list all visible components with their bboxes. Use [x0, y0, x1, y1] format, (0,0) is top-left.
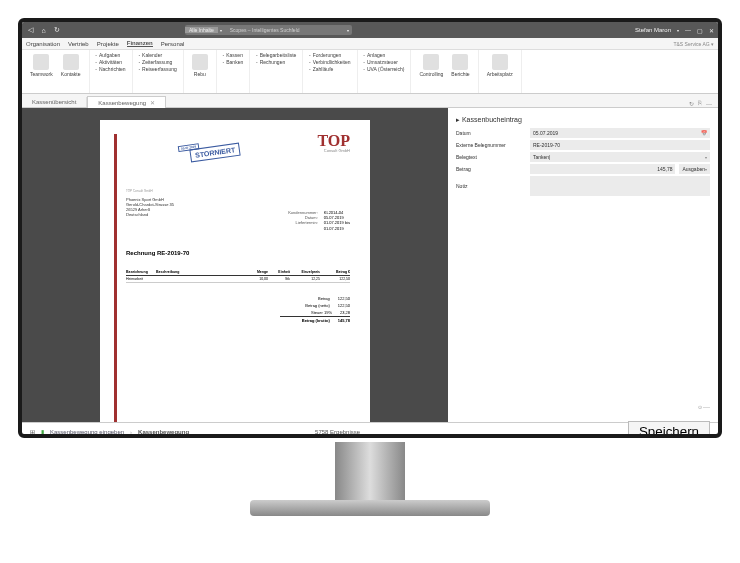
label-datum: Datum — [456, 130, 526, 136]
input-belegnummer[interactable]: RE-2019-70 — [530, 140, 710, 150]
tab-close-icon[interactable]: ✕ — [150, 100, 155, 106]
select-betrag-typ[interactable]: Ausgaben ▾ — [679, 164, 710, 174]
ribbon-teamwork[interactable]: Teamwork — [28, 52, 55, 79]
ribbon-rebu[interactable]: Rebu — [190, 52, 210, 79]
input-belegtext[interactable]: Tanken|▾ — [530, 152, 710, 162]
ribbon-belegarbeitsliste[interactable]: Belegarbeitsliste — [256, 52, 296, 58]
mini-status-icon[interactable]: ⊙ ── — [698, 404, 710, 410]
breadcrumb-link[interactable]: Kassenbewegung eingeben — [50, 429, 124, 435]
berichte-icon — [452, 54, 468, 70]
user-name[interactable]: Stefan Maron — [635, 27, 671, 33]
tab-kassenbewegung[interactable]: Kassenbewegung✕ — [87, 96, 166, 108]
ribbon-nachrichten[interactable]: Nachrichten — [96, 66, 126, 72]
ribbon-verbindlichkeiten[interactable]: Verbindlichkeiten — [309, 59, 350, 65]
storniert-stamp: 05.07.2019 STORNIERT — [189, 143, 241, 163]
refresh-icon[interactable]: ↻ — [52, 26, 61, 35]
ribbon-berichte[interactable]: Berichte — [449, 52, 471, 79]
menu-finanzen[interactable]: Finanzen — [127, 40, 153, 47]
result-count: 5758 Ergebnisse — [315, 429, 360, 435]
totals: Betrag122,50 Betrag (netto)122,50 Steuer… — [280, 295, 350, 324]
ribbon-rechnungen[interactable]: Rechungen — [256, 59, 296, 65]
label-betrag: Betrag — [456, 166, 526, 172]
ribbon-kontakte[interactable]: Kontakte — [59, 52, 83, 79]
breadcrumb-current: Kassenbewegung — [138, 429, 189, 435]
input-betrag[interactable]: 145,78 — [530, 164, 675, 174]
company-logo: TOP — [317, 134, 350, 148]
ribbon-banken[interactable]: Banken — [223, 59, 243, 65]
tab-tool-3-icon[interactable]: ⋯ — [706, 100, 712, 107]
teamwork-icon — [33, 54, 49, 70]
menu-projekte[interactable]: Projekte — [97, 41, 119, 47]
ribbon-aufgaben[interactable]: Aufgaben — [96, 52, 126, 58]
document-viewer: TOP Consult GmbH 05.07.2019 STORNIERT TO… — [22, 108, 448, 422]
statusbar: ⊞ ▮ Kassenbewegung eingeben › Kassenbewe… — [22, 422, 718, 438]
rebu-icon — [192, 54, 208, 70]
user-chevron-icon[interactable]: ▾ — [677, 28, 679, 33]
company-selector[interactable]: T&S Service AG ▾ — [673, 41, 714, 47]
input-notiz[interactable] — [530, 176, 710, 196]
ribbon-aktivitaeten[interactable]: Aktivitäten — [96, 59, 126, 65]
breadcrumb-separator: › — [130, 429, 132, 435]
close-icon[interactable]: ✕ — [709, 27, 714, 34]
ribbon-kassen[interactable]: Kassen — [223, 52, 243, 58]
menu-vertrieb[interactable]: Vertrieb — [68, 41, 89, 47]
save-button[interactable]: Speichern — [628, 421, 710, 438]
recipient-address: TOP Consult GmbH Phoenix Sport GmbH Gero… — [126, 190, 174, 218]
minimize-icon[interactable]: — — [685, 27, 691, 33]
maximize-icon[interactable]: ▢ — [697, 27, 703, 34]
invoice-document: TOP Consult GmbH 05.07.2019 STORNIERT TO… — [100, 120, 370, 422]
nav-back-icon[interactable]: ◁ — [26, 26, 35, 35]
kontakte-icon — [63, 54, 79, 70]
document-metadata: Kundennummer:KL2014-04 Datum:05.07.2019 … — [278, 210, 350, 231]
form-title: ▸ Kassenbucheintrag — [456, 116, 710, 124]
calendar-icon[interactable]: 📅 — [701, 130, 707, 136]
ribbon-zahllaeufe[interactable]: Zahlläufe — [309, 66, 350, 72]
input-datum[interactable]: 05.07.2019📅 — [530, 128, 710, 138]
status-icon-1[interactable]: ⊞ — [30, 428, 35, 435]
arbeitsplatz-icon — [492, 54, 508, 70]
search-box[interactable]: Alle Inhalte ▾ Scopes – Intelligentes Su… — [185, 25, 352, 35]
document-title: Rechnung RE-2019-70 — [126, 250, 189, 256]
ribbon-controlling[interactable]: Controlling — [417, 52, 445, 79]
tab-tool-2-icon[interactable]: ⎘ — [698, 100, 702, 107]
ribbon-forderungen[interactable]: Forderungen — [309, 52, 350, 58]
ribbon-zeiterfassung[interactable]: Zeiterfassung — [139, 59, 177, 65]
ribbon-umsatzsteuer[interactable]: Umsatzsteuer — [364, 59, 405, 65]
home-icon[interactable]: ⌂ — [39, 26, 48, 35]
tab-tool-1-icon[interactable]: ↻ — [689, 100, 694, 107]
label-belegnummer: Externe Belegnummer — [456, 142, 526, 148]
controlling-icon — [423, 54, 439, 70]
ribbon: Teamwork Kontakte Aufgaben Aktivitäten N… — [22, 50, 718, 94]
status-icon-2[interactable]: ▮ — [41, 428, 44, 435]
line-items-table: BezeichnungBeschreibungMengeEinheitEinze… — [126, 270, 350, 283]
ribbon-kalender[interactable]: Kalender — [139, 52, 177, 58]
chevron-down-icon[interactable]: ▾ — [705, 155, 707, 160]
brand-bar — [114, 134, 117, 422]
menu-organisation[interactable]: Organisation — [26, 41, 60, 47]
search-chevron-icon[interactable]: ▾ — [344, 28, 352, 33]
ribbon-arbeitsplatz[interactable]: Arbeitsplatz — [485, 52, 515, 79]
ribbon-anlagen[interactable]: Anlagen — [364, 52, 405, 58]
form-panel: ▸ Kassenbucheintrag Datum 05.07.2019📅 Ex… — [448, 108, 718, 422]
tab-kassenuebersicht[interactable]: Kassenübersicht — [22, 97, 87, 107]
chevron-down-icon[interactable]: ▾ — [705, 167, 707, 172]
titlebar: ◁ ⌂ ↻ Alle Inhalte ▾ Scopes – Intelligen… — [22, 22, 718, 38]
search-input[interactable]: Scopes – Intelligentes Suchfeld — [224, 27, 344, 33]
document-tabs: Kassenübersicht Kassenbewegung✕ ↻ ⎘ ⋯ — [22, 94, 718, 108]
ribbon-reiseerfassung[interactable]: Reiseerfassung — [139, 66, 177, 72]
company-subtitle: Consult GmbH — [317, 148, 350, 153]
ribbon-uva[interactable]: UVA (Österreich) — [364, 66, 405, 72]
menu-personal[interactable]: Personal — [161, 41, 185, 47]
label-belegtext: Belegtext — [456, 154, 526, 160]
label-notiz: Notiz — [456, 183, 526, 189]
menubar: Organisation Vertrieb Projekte Finanzen … — [22, 38, 718, 50]
search-scope-label[interactable]: Alle Inhalte — [185, 27, 218, 33]
